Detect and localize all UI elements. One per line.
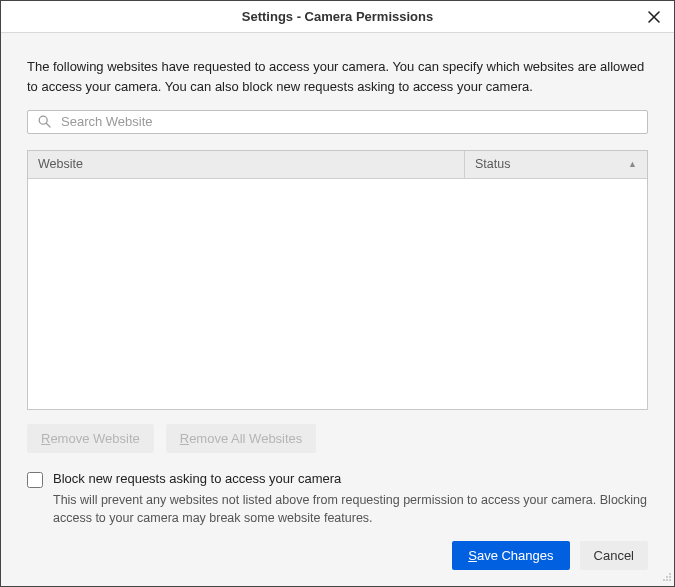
table-header: Website Status ▲ (28, 151, 647, 179)
remove-website-button[interactable]: Remove Website (27, 424, 154, 453)
permissions-table: Website Status ▲ (27, 150, 648, 410)
intro-text: The following websites have requested to… (27, 57, 648, 96)
search-input[interactable] (59, 113, 637, 130)
block-new-requests-label[interactable]: Block new requests asking to access your… (53, 471, 341, 486)
close-icon (648, 11, 660, 23)
remove-button-row: Remove Website Remove All Websites (27, 424, 648, 453)
close-button[interactable] (642, 5, 666, 29)
block-new-requests-row: Block new requests asking to access your… (27, 471, 648, 488)
save-changes-button[interactable]: Save Changes (452, 541, 569, 570)
block-new-requests-checkbox[interactable] (27, 472, 43, 488)
block-new-requests-description: This will prevent any websites not liste… (53, 491, 648, 527)
window-title: Settings - Camera Permissions (242, 9, 433, 24)
dialog-footer: Save Changes Cancel (27, 541, 648, 570)
search-icon (38, 115, 51, 128)
svg-line-1 (46, 124, 50, 128)
column-header-website-label: Website (38, 157, 83, 171)
column-header-status-label: Status (475, 157, 510, 171)
column-header-website[interactable]: Website (28, 151, 465, 178)
titlebar: Settings - Camera Permissions (1, 1, 674, 33)
table-body (28, 179, 647, 409)
sort-ascending-icon: ▲ (628, 159, 637, 169)
cancel-button[interactable]: Cancel (580, 541, 648, 570)
column-header-status[interactable]: Status ▲ (465, 151, 647, 178)
dialog-content: The following websites have requested to… (1, 33, 674, 586)
search-field-wrap[interactable] (27, 110, 648, 134)
remove-all-websites-button[interactable]: Remove All Websites (166, 424, 317, 453)
